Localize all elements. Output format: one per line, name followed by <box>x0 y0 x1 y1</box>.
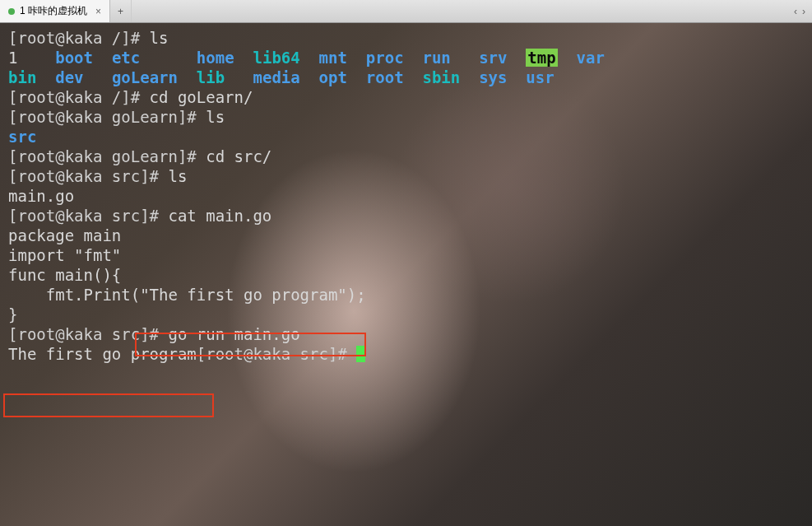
command: ls <box>150 29 169 47</box>
terminal-line: [root@kaka /]# cd goLearn/ <box>8 87 804 107</box>
code-line: import "fmt" <box>8 245 804 265</box>
terminal-line: [root@kaka src]# ls <box>8 166 804 186</box>
status-dot-icon <box>8 8 15 15</box>
chevron-right-icon[interactable]: › <box>802 6 805 17</box>
cursor-icon <box>356 346 365 362</box>
ls-item: opt <box>319 68 347 86</box>
ls-item: dev <box>55 68 83 86</box>
ls-item: media <box>253 68 300 86</box>
tab-active[interactable]: 1 咔咔的虚拟机 × <box>0 0 110 22</box>
command: cd src/ <box>206 147 271 165</box>
command: ls <box>168 167 187 185</box>
command: ls <box>206 108 225 126</box>
terminal-line: [root@kaka src]# go run main.go <box>8 324 804 344</box>
terminal[interactable]: [root@kaka /]# ls 1 boot etc home lib64 … <box>0 23 812 526</box>
chevron-left-icon[interactable]: ‹ <box>794 6 797 17</box>
ls-item: src <box>8 128 36 146</box>
new-tab-button[interactable]: + <box>110 0 132 22</box>
prompt: [root@kaka src]# <box>197 345 356 363</box>
ls-item: proc <box>366 49 404 67</box>
ls-item: var <box>577 49 605 67</box>
terminal-line: 1 boot etc home lib64 mnt proc run srv t… <box>8 48 804 67</box>
terminal-line: bin dev goLearn lib media opt root sbin … <box>8 67 804 87</box>
ls-item: sbin <box>422 68 460 86</box>
ls-item: run <box>422 49 450 67</box>
output: The first go program <box>8 345 197 363</box>
ls-item: goLearn <box>112 68 178 86</box>
command: go run main.go <box>168 325 299 343</box>
code-line: } <box>8 305 804 324</box>
prompt: [root@kaka /]# <box>8 88 150 106</box>
terminal-line: [root@kaka goLearn]# ls <box>8 107 804 127</box>
ls-item: main.go <box>8 187 74 205</box>
ls-item: tmp <box>526 49 557 67</box>
command: cd goLearn/ <box>150 88 253 106</box>
close-icon[interactable]: × <box>95 6 101 17</box>
annotation-box <box>3 393 214 417</box>
code-line: fmt.Print("The first go program"); <box>8 285 804 305</box>
prompt: [root@kaka /]# <box>8 29 150 47</box>
terminal-line: src <box>8 127 804 147</box>
ls-item: etc <box>112 49 140 67</box>
ls-item: usr <box>526 68 554 86</box>
tab-tools: ‹ › <box>794 0 812 22</box>
tab-bar: 1 咔咔的虚拟机 × + ‹ › <box>0 0 812 23</box>
terminal-line: [root@kaka goLearn]# cd src/ <box>8 147 804 166</box>
ls-item: lib64 <box>253 49 300 67</box>
ls-item: mnt <box>319 49 347 67</box>
ls-item: lib <box>197 68 225 86</box>
command: cat main.go <box>168 207 271 225</box>
prompt: [root@kaka src]# <box>8 207 168 225</box>
ls-item: sys <box>479 68 507 86</box>
ls-item: root <box>366 68 404 86</box>
code-line: package main <box>8 226 804 245</box>
ls-item: srv <box>479 49 507 67</box>
ls-item: home <box>197 49 234 67</box>
code-line: func main(){ <box>8 265 804 285</box>
prompt: [root@kaka goLearn]# <box>8 147 206 165</box>
ls-item: boot <box>55 49 93 67</box>
ls-item: 1 <box>8 49 17 67</box>
prompt: [root@kaka src]# <box>8 167 168 185</box>
terminal-line: The first go program[root@kaka src]# <box>8 344 804 364</box>
tab-title: 1 咔咔的虚拟机 <box>20 4 87 18</box>
terminal-line: [root@kaka /]# ls <box>8 28 804 48</box>
prompt: [root@kaka goLearn]# <box>8 108 206 126</box>
terminal-line: [root@kaka src]# cat main.go <box>8 206 804 226</box>
prompt: [root@kaka src]# <box>8 325 168 343</box>
ls-item: bin <box>8 68 36 86</box>
terminal-line: main.go <box>8 186 804 206</box>
